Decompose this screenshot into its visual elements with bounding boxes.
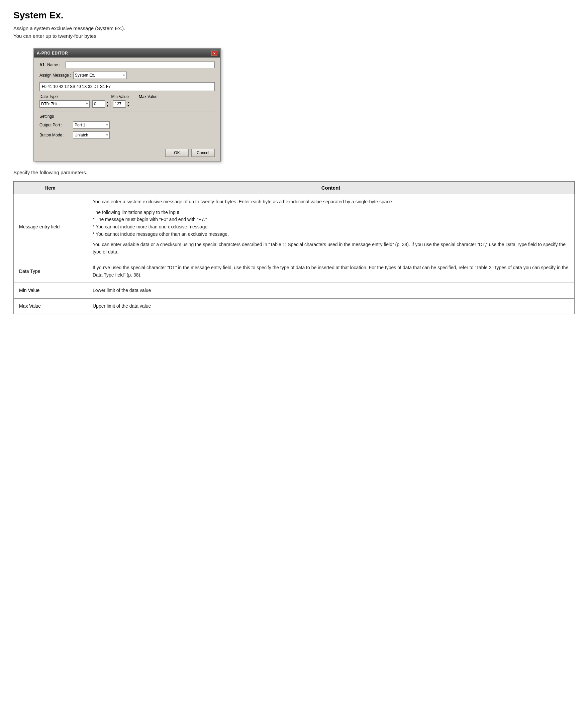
min-value-spin-buttons: ▲ ▼ — [105, 100, 110, 108]
content-paragraph: You can enter variable data or a checksu… — [93, 241, 569, 256]
table-row-content: If you’ve used the special character “DT… — [87, 260, 575, 283]
data-type-headers: Date Type Min Value Max Value — [40, 94, 215, 99]
cancel-button[interactable]: Cancel — [191, 149, 215, 157]
message-entry-field[interactable]: F0 41 10 42 12 SS 40 1X 32 DT S1 F7 — [40, 82, 215, 91]
ok-button[interactable]: OK — [165, 149, 189, 157]
name-input[interactable] — [66, 62, 215, 68]
min-value-decrement[interactable]: ▼ — [105, 104, 110, 108]
content-paragraph: Lower limit of the data value — [93, 287, 569, 294]
table-row-content: Lower limit of the data value — [87, 283, 575, 299]
dialog-title: A-PRO EDITOR — [37, 51, 68, 56]
intro-line1: Assign a system exclusive message (Syste… — [13, 25, 575, 31]
data-type-section: Date Type Min Value Max Value DT0: 7bitD… — [40, 94, 215, 108]
max-value-decrement[interactable]: ▼ — [125, 104, 131, 108]
min-value-spinner: ▲ ▼ — [92, 100, 110, 108]
min-value-increment[interactable]: ▲ — [105, 100, 110, 104]
table-row-item: Message entry field — [14, 194, 87, 260]
dialog-titlebar: A-PRO EDITOR × — [34, 49, 220, 58]
assign-message-select[interactable]: System Ex.Control ChangeProgram ChangeNo… — [73, 71, 127, 79]
data-type-header: Date Type — [40, 94, 58, 99]
content-paragraph: You can enter a system exclusive message… — [93, 198, 569, 206]
a1-name-row: A1 Name : — [40, 62, 215, 68]
output-port-select-wrapper: Port 1Port 2 — [73, 121, 110, 129]
table-row-content: You can enter a system exclusive message… — [87, 194, 575, 260]
data-type-controls: DT0: 7bitDT1: 14bitDT2: signed 7bit ▲ ▼ — [40, 100, 215, 108]
max-value-increment[interactable]: ▲ — [125, 100, 131, 104]
output-port-label: Output Port : — [40, 123, 73, 127]
assign-message-label: Assign Message : — [40, 73, 71, 78]
dialog-body: A1 Name : Assign Message : System Ex.Con… — [34, 58, 220, 146]
max-value-spinner: ▲ ▼ — [113, 100, 131, 108]
name-label: Name : — [47, 63, 60, 67]
dialog-footer: OK Cancel — [34, 146, 220, 161]
content-paragraph: Upper limit of the data value — [93, 303, 569, 310]
assign-message-select-wrapper: System Ex.Control ChangeProgram ChangeNo… — [73, 71, 127, 79]
table-row-item: Max Value — [14, 298, 87, 314]
page-title: System Ex. — [13, 10, 575, 21]
content-paragraph: If you’ve used the special character “DT… — [93, 264, 569, 279]
a1-label: A1 — [40, 63, 44, 67]
output-port-select[interactable]: Port 1Port 2 — [73, 121, 110, 129]
params-table: Item Content Message entry fieldYou can … — [13, 181, 575, 314]
button-mode-row: Button Mode : UnlatchLatchToggle — [40, 131, 215, 139]
output-port-row: Output Port : Port 1Port 2 — [40, 121, 215, 129]
data-type-select[interactable]: DT0: 7bitDT1: 14bitDT2: signed 7bit — [40, 100, 90, 108]
content-paragraph: The following limitations apply to the i… — [93, 209, 569, 238]
specify-text: Specify the following parameters. — [13, 170, 575, 175]
col-header-content: Content — [87, 181, 575, 194]
max-value-header: Max Value — [139, 94, 158, 99]
button-mode-label: Button Mode : — [40, 133, 73, 137]
max-value-spin-buttons: ▲ ▼ — [125, 100, 131, 108]
col-header-item: Item — [14, 181, 87, 194]
dialog-wrapper: A-PRO EDITOR × A1 Name : Assign Message … — [34, 48, 221, 162]
button-mode-select-wrapper: UnlatchLatchToggle — [73, 131, 110, 139]
min-value-header: Min Value — [111, 94, 128, 99]
table-row-item: Min Value — [14, 283, 87, 299]
max-value-input[interactable] — [113, 101, 125, 107]
table-row-item: Data Type — [14, 260, 87, 283]
min-value-input[interactable] — [93, 101, 105, 107]
dialog-close-button[interactable]: × — [211, 50, 217, 56]
table-row-content: Upper limit of the data value — [87, 298, 575, 314]
assign-message-row: Assign Message : System Ex.Control Chang… — [40, 71, 215, 79]
settings-divider — [40, 111, 215, 111]
intro-line2: You can enter up to twenty-four bytes. — [13, 33, 575, 39]
message-field-text: F0 41 10 42 12 SS 40 1X 32 DT S1 F7 — [42, 84, 111, 89]
apro-editor-dialog: A-PRO EDITOR × A1 Name : Assign Message … — [34, 48, 221, 162]
settings-label: Settings — [40, 114, 215, 119]
button-mode-select[interactable]: UnlatchLatchToggle — [73, 131, 110, 139]
data-type-select-wrapper: DT0: 7bitDT1: 14bitDT2: signed 7bit — [40, 100, 90, 108]
